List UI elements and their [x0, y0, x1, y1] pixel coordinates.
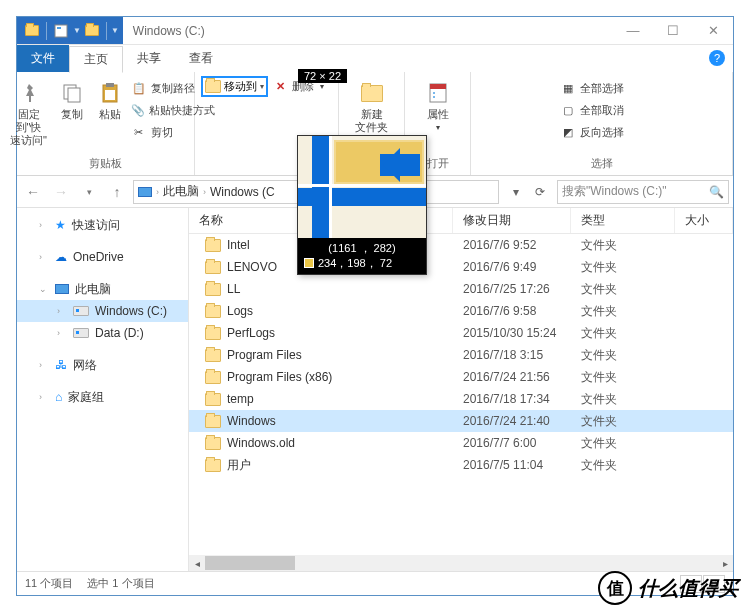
up-button[interactable]: ↑ — [105, 180, 129, 204]
file-type: 文件夹 — [571, 259, 675, 276]
file-list-pane: 名称 修改日期 类型 大小 Intel2016/7/6 9:52文件夹LENOV… — [189, 208, 733, 571]
tab-view[interactable]: 查看 — [175, 45, 227, 72]
file-type: 文件夹 — [571, 303, 675, 320]
table-row[interactable]: Windows.old2016/7/7 6:00文件夹 — [189, 432, 733, 454]
file-date: 2016/7/6 9:49 — [453, 260, 571, 274]
folder-icon — [205, 459, 221, 472]
table-row[interactable]: Windows2016/7/24 21:40文件夹 — [189, 410, 733, 432]
file-date: 2016/7/6 9:58 — [453, 304, 571, 318]
back-button[interactable]: ← — [21, 180, 45, 204]
folder-icon — [205, 371, 221, 384]
file-type: 文件夹 — [571, 347, 675, 364]
folder-icon — [205, 437, 221, 450]
paste-shortcut-button[interactable]: 📎粘贴快捷方式 — [131, 100, 205, 120]
copy-button[interactable]: 复制 — [55, 76, 89, 121]
search-input[interactable]: 搜索"Windows (C:)" 🔍 — [557, 180, 729, 204]
size-badge: 72 × 22 — [298, 69, 347, 83]
column-date[interactable]: 修改日期 — [453, 208, 571, 233]
watermark: 值 什么值得买 — [598, 571, 738, 605]
watermark-badge: 值 — [598, 571, 632, 605]
group-label-select: 选择 — [591, 156, 613, 171]
paste-button[interactable]: 粘贴 — [93, 76, 127, 121]
svg-point-10 — [433, 92, 435, 94]
file-date: 2016/7/5 11:04 — [453, 458, 571, 472]
copy-path-button[interactable]: 📋复制路径 — [131, 78, 205, 98]
select-all-button[interactable]: ▦全部选择 — [560, 78, 644, 98]
copy-icon — [59, 80, 85, 106]
table-row[interactable]: Program Files2016/7/18 3:15文件夹 — [189, 344, 733, 366]
scroll-left-button[interactable]: ◂ — [189, 555, 205, 571]
delete-icon: ✕ — [272, 78, 288, 94]
sidebar-network[interactable]: ›🖧网络 — [17, 354, 188, 376]
scroll-right-button[interactable]: ▸ — [717, 555, 733, 571]
table-row[interactable]: Logs2016/7/6 9:58文件夹 — [189, 300, 733, 322]
sidebar-thispc[interactable]: ⌄此电脑 — [17, 278, 188, 300]
search-icon: 🔍 — [709, 185, 724, 199]
column-size[interactable]: 大小 — [675, 208, 733, 233]
new-folder-button[interactable]: 新建 文件夹 — [347, 76, 397, 134]
app-icon — [23, 22, 41, 40]
scissors-icon: ✂ — [131, 124, 147, 140]
svg-rect-0 — [55, 25, 67, 37]
magnifier-info: (1161 ， 282) 234，198， 72 — [298, 238, 426, 274]
sidebar-homegroup[interactable]: ›⌂家庭组 — [17, 386, 188, 408]
quick-access-toolbar: ▼ ▼ — [17, 17, 123, 44]
pin-to-quickaccess-button[interactable]: 固定到"快 速访问" — [7, 76, 51, 147]
table-row[interactable]: temp2016/7/18 17:34文件夹 — [189, 388, 733, 410]
file-name: Windows — [227, 414, 276, 428]
recent-locations-button[interactable]: ▾ — [77, 180, 101, 204]
minimize-button[interactable]: — — [613, 17, 653, 44]
file-list: Intel2016/7/6 9:52文件夹LENOVO2016/7/6 9:49… — [189, 234, 733, 571]
sidebar-drive-d[interactable]: ›Data (D:) — [17, 322, 188, 344]
file-date: 2016/7/7 6:00 — [453, 436, 571, 450]
file-type: 文件夹 — [571, 457, 675, 474]
table-row[interactable]: LL2016/7/25 17:26文件夹 — [189, 278, 733, 300]
scroll-thumb[interactable] — [205, 556, 295, 570]
file-type: 文件夹 — [571, 391, 675, 408]
sidebar-onedrive[interactable]: ›☁OneDrive — [17, 246, 188, 268]
horizontal-scrollbar[interactable]: ◂ ▸ — [189, 555, 733, 571]
invert-selection-button[interactable]: ◩反向选择 — [560, 122, 644, 142]
tab-share[interactable]: 共享 — [123, 45, 175, 72]
qat-newfolder-icon[interactable] — [83, 22, 101, 40]
column-type[interactable]: 类型 — [571, 208, 675, 233]
magnifier-overlay: (1161 ， 282) 234，198， 72 — [297, 135, 427, 275]
sidebar-drive-c[interactable]: ›Windows (C:) — [17, 300, 188, 322]
invert-icon: ◩ — [560, 124, 576, 140]
file-name: temp — [227, 392, 254, 406]
selectall-icon: ▦ — [560, 80, 576, 96]
pc-icon — [55, 284, 69, 294]
breadcrumb-dropdown-button[interactable]: ▾ — [505, 181, 527, 203]
cut-button[interactable]: ✂剪切 — [131, 122, 205, 142]
pin-icon — [16, 80, 42, 106]
status-item-count: 11 个项目 — [25, 576, 73, 591]
table-row[interactable]: Intel2016/7/6 9:52文件夹 — [189, 234, 733, 256]
table-row[interactable]: Program Files (x86)2016/7/24 21:56文件夹 — [189, 366, 733, 388]
close-button[interactable]: ✕ — [693, 17, 733, 44]
tab-home[interactable]: 主页 — [69, 46, 123, 73]
maximize-button[interactable]: ☐ — [653, 17, 693, 44]
file-date: 2016/7/25 17:26 — [453, 282, 571, 296]
forward-button[interactable]: → — [49, 180, 73, 204]
tab-file[interactable]: 文件 — [17, 45, 69, 72]
refresh-button[interactable]: ⟳ — [529, 181, 551, 203]
file-date: 2016/7/24 21:40 — [453, 414, 571, 428]
table-row[interactable]: LENOVO2016/7/6 9:49文件夹 — [189, 256, 733, 278]
magnifier-rgb: 234，198， 72 — [318, 257, 392, 269]
help-icon[interactable]: ? — [709, 50, 725, 66]
select-none-button[interactable]: ▢全部取消 — [560, 100, 644, 120]
file-name: PerfLogs — [227, 326, 275, 340]
qat-properties-icon[interactable] — [52, 22, 70, 40]
properties-button[interactable]: 属性 ▾ — [413, 76, 463, 134]
sidebar-quickaccess[interactable]: ›★快速访问 — [17, 214, 188, 236]
breadcrumb-segment[interactable]: 此电脑 — [163, 183, 199, 200]
qat-customize-icon[interactable]: ▼ — [111, 26, 119, 35]
new-folder-icon — [359, 80, 385, 106]
breadcrumb-segment[interactable]: Windows (C — [210, 185, 275, 199]
status-selection: 选中 1 个项目 — [87, 576, 154, 591]
move-to-button[interactable]: 移动到 ▾ — [201, 76, 268, 97]
table-row[interactable]: PerfLogs2015/10/30 15:24文件夹 — [189, 322, 733, 344]
table-row[interactable]: 用户2016/7/5 11:04文件夹 — [189, 454, 733, 476]
file-date: 2016/7/18 3:15 — [453, 348, 571, 362]
folder-icon — [205, 305, 221, 318]
